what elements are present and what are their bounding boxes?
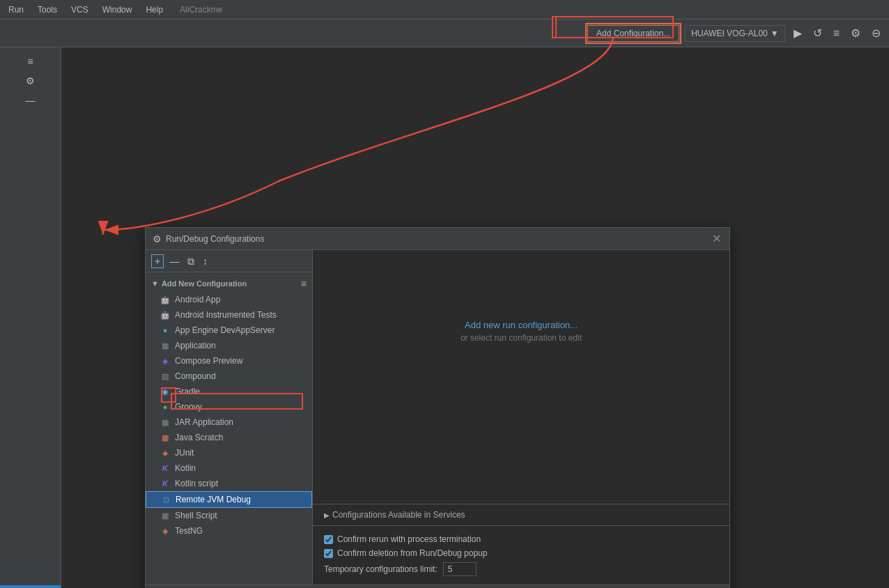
toolbar: Add Configuration... HUAWEI VOG-AL00 ▼ ▶… [0, 20, 889, 47]
minimize-button[interactable]: ⊖ [869, 25, 883, 41]
kotlin-label: Kotlin [175, 463, 196, 473]
main-content: ⚙ Run/Debug Configurations ✕ + — ⧉ ↕ ▼ A… [61, 47, 889, 588]
left-panel-minus-icon[interactable]: — [23, 92, 38, 109]
list-button[interactable]: ≡ [830, 26, 842, 41]
dialog-titlebar: ⚙ Run/Debug Configurations ✕ [146, 228, 729, 250]
confirm-rerun-checkbox[interactable] [324, 535, 333, 544]
kotlin-script-label: Kotlin script [175, 479, 218, 488]
shell-script-icon: ▦ [160, 510, 171, 521]
testng-icon: ◈ [160, 525, 171, 536]
temp-config-row: Temporary configurations limit: [324, 562, 718, 576]
dialog-main-panel: Add new run configuration... or select r… [313, 250, 729, 585]
sidebar-list: ▼ Add New Configuration ≡ 🤖 Android App … [146, 272, 312, 585]
java-scratch-icon: ▦ [160, 432, 171, 443]
gradle-icon: ◉ [160, 386, 171, 397]
progress-bar [0, 585, 61, 588]
remote-jvm-debug-label: Remote JVM Debug [176, 495, 251, 504]
sort-config-button[interactable]: ↕ [200, 255, 210, 268]
temp-config-input[interactable] [443, 562, 477, 576]
compose-preview-label: Compose Preview [175, 356, 242, 366]
compound-label: Compound [175, 371, 216, 381]
compound-icon: ▧ [160, 371, 171, 382]
gradle-label: Gradle [175, 387, 200, 396]
sidebar-item-kotlin[interactable]: K Kotlin [146, 461, 312, 476]
confirm-rerun-label: Confirm rerun with process termination [337, 534, 481, 544]
java-scratch-label: Java Scratch [175, 433, 223, 442]
dialog-footer: OK Cancel Apply [146, 585, 729, 588]
dialog-close-button[interactable]: ✕ [711, 232, 722, 245]
menubar: Run Tools VCS Window Help AliCrackme [0, 0, 889, 20]
sidebar-item-groovy[interactable]: ● Groovy [146, 399, 312, 415]
testng-label: TestNG [175, 526, 203, 536]
services-label: Configurations Available in Services [332, 510, 465, 520]
application-label: Application [175, 341, 216, 350]
shell-script-label: Shell Script [175, 511, 217, 520]
left-panel-settings-icon[interactable]: ⚙ [23, 72, 38, 89]
add-config-plus-button[interactable]: + [151, 254, 164, 268]
app-engine-label: App Engine DevAppServer [175, 325, 275, 335]
compose-preview-icon: ◈ [160, 355, 171, 366]
sidebar-item-compound[interactable]: ▧ Compound [146, 369, 312, 384]
left-panel: ≡ ⚙ — [0, 47, 61, 588]
sidebar-item-gradle[interactable]: ◉ Gradle [146, 384, 312, 399]
menu-window[interactable]: Window [100, 3, 135, 16]
menu-vcs[interactable]: VCS [68, 3, 91, 16]
device-selector[interactable]: HUAWEI VOG-AL00 ▼ [685, 25, 784, 42]
add-configuration-button[interactable]: Add Configuration... [587, 25, 679, 42]
services-chevron-icon: ▶ [324, 511, 330, 519]
toolbar-right: Add Configuration... HUAWEI VOG-AL00 ▼ ▶… [587, 25, 883, 42]
menu-run[interactable]: Run [6, 3, 26, 16]
application-icon: ▦ [160, 340, 171, 351]
sidebar-item-kotlin-script[interactable]: K Kotlin script [146, 476, 312, 491]
android-app-label: Android App [175, 295, 220, 304]
jar-application-icon: ▦ [160, 417, 171, 428]
sidebar-item-shell-script[interactable]: ▦ Shell Script [146, 508, 312, 523]
menu-help[interactable]: Help [143, 3, 166, 16]
menu-tools[interactable]: Tools [35, 3, 60, 16]
refresh-button[interactable]: ↺ [810, 25, 825, 41]
dialog-main-content: Add new run configuration... or select r… [313, 250, 729, 504]
sidebar-item-android-instrumented[interactable]: 🤖 Android Instrumented Tests [146, 307, 312, 323]
confirm-rerun-row: Confirm rerun with process termination [324, 534, 718, 544]
app-name: AliCrackme [180, 5, 222, 15]
copy-config-button[interactable]: ⧉ [185, 255, 197, 268]
run-button[interactable]: ▶ [791, 25, 805, 41]
sidebar-item-application[interactable]: ▦ Application [146, 338, 312, 353]
junit-label: JUnit [175, 448, 194, 458]
sidebar-item-remote-jvm-debug[interactable]: ⊡ Remote JVM Debug [146, 491, 312, 508]
remote-jvm-debug-icon: ⊡ [160, 494, 171, 505]
dialog-title: Run/Debug Configurations [166, 234, 706, 244]
dialog-sidebar: + — ⧉ ↕ ▼ Add New Configuration ≡ 🤖 Andr… [146, 250, 313, 585]
services-section: ▶ Configurations Available in Services [313, 504, 729, 525]
sidebar-item-java-scratch[interactable]: ▦ Java Scratch [146, 430, 312, 445]
confirm-deletion-label: Confirm deletion from Run/Debug popup [337, 548, 487, 558]
confirm-deletion-checkbox[interactable] [324, 549, 333, 558]
kotlin-script-icon: K [160, 478, 171, 489]
services-header[interactable]: ▶ Configurations Available in Services [324, 510, 718, 520]
run-debug-dialog: ⚙ Run/Debug Configurations ✕ + — ⧉ ↕ ▼ A… [145, 227, 730, 588]
remove-config-button[interactable]: — [167, 255, 182, 268]
groovy-label: Groovy [175, 402, 202, 412]
section-header-label: Add New Configuration [162, 279, 247, 288]
left-panel-menu-icon[interactable]: ≡ [24, 53, 36, 70]
section-filter-icon: ≡ [301, 278, 307, 289]
junit-icon: ◈ [160, 447, 171, 458]
add-new-config-header[interactable]: ▼ Add New Configuration ≡ [146, 275, 312, 292]
sidebar-item-compose-preview[interactable]: ◈ Compose Preview [146, 353, 312, 369]
sidebar-item-jar-application[interactable]: ▦ JAR Application [146, 415, 312, 430]
settings-button[interactable]: ⚙ [848, 25, 863, 41]
kotlin-icon: K [160, 463, 171, 474]
add-run-config-link[interactable]: Add new run configuration... [465, 320, 578, 330]
sidebar-item-android-app[interactable]: 🤖 Android App [146, 292, 312, 307]
android-instrumented-icon: 🤖 [160, 309, 171, 320]
app-engine-icon: ● [160, 325, 171, 336]
android-instrumented-label: Android Instrumented Tests [175, 310, 277, 320]
device-dropdown-icon: ▼ [771, 29, 779, 38]
temp-config-label: Temporary configurations limit: [324, 564, 438, 574]
device-name: HUAWEI VOG-AL00 [691, 29, 768, 38]
sidebar-item-testng[interactable]: ◈ TestNG [146, 523, 312, 539]
section-expand-icon: ▼ [151, 279, 159, 288]
dialog-title-icon: ⚙ [153, 233, 162, 245]
sidebar-item-junit[interactable]: ◈ JUnit [146, 445, 312, 461]
sidebar-item-app-engine[interactable]: ● App Engine DevAppServer [146, 323, 312, 338]
